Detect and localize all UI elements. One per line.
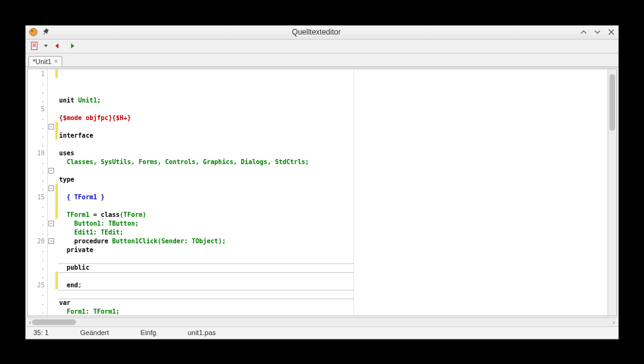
line-number: . [28, 96, 47, 105]
dropdown-arrow[interactable] [43, 40, 48, 52]
line-number: . [28, 175, 47, 184]
line-number: . [28, 211, 47, 219]
code-line[interactable]: Button1: TButton; [59, 219, 608, 228]
new-file-button[interactable] [28, 40, 41, 52]
code-line[interactable] [59, 202, 608, 211]
toolbar [26, 40, 618, 53]
line-number: . [28, 255, 47, 263]
editor-area: 1...5....10....15....20....25....30....3… [27, 69, 617, 316]
code-line[interactable] [59, 272, 608, 281]
svg-point-1 [31, 30, 33, 32]
horizontal-scrollbar[interactable]: ‹ › [27, 317, 617, 326]
section-separator [58, 263, 353, 264]
code-line[interactable]: Classes, SysUtils, Forms, Controls, Grap… [59, 158, 608, 167]
line-number: . [28, 123, 47, 131]
close-button[interactable] [607, 28, 616, 36]
fold-toggle[interactable]: − [48, 124, 54, 130]
vertical-scrollbar[interactable] [608, 69, 616, 316]
section-separator [58, 299, 353, 299]
line-number: 15 [28, 193, 47, 202]
code-line[interactable]: var [59, 299, 608, 307]
section-separator [58, 272, 353, 273]
pin-icon[interactable] [41, 27, 51, 37]
code-line[interactable]: TForm1 = class(TForm) [59, 211, 608, 219]
nav-forward-button[interactable] [66, 40, 79, 52]
line-number: . [28, 184, 47, 193]
code-line[interactable]: Edit1: TEdit; [59, 228, 608, 237]
line-number: 20 [28, 237, 47, 246]
modified-status: Geändert [80, 329, 109, 336]
code-line[interactable]: end; [59, 281, 608, 290]
fold-column: −−−−−−−− [48, 69, 55, 316]
section-separator [58, 290, 353, 290]
line-number: . [28, 272, 47, 281]
code-line[interactable] [59, 184, 608, 193]
line-number: 1 [28, 70, 47, 79]
tab-label: *Unit1 [33, 58, 52, 65]
code-line[interactable]: {$mode objfpc}{$H+} [59, 114, 608, 123]
line-number: . [28, 263, 47, 272]
line-number: . [28, 131, 47, 140]
line-number: 25 [28, 281, 47, 290]
scrollbar-thumb[interactable] [609, 74, 615, 131]
line-number: . [28, 158, 47, 167]
line-number: . [28, 79, 47, 87]
line-number: . [28, 307, 47, 316]
code-line[interactable] [59, 123, 608, 131]
margin-line [353, 69, 354, 316]
line-number: . [28, 299, 47, 307]
code-line[interactable]: public [59, 263, 608, 272]
code-line[interactable]: Form1: TForm1; [59, 307, 608, 316]
fold-toggle[interactable]: − [48, 168, 54, 174]
code-line[interactable] [59, 105, 608, 114]
line-number: . [28, 219, 47, 228]
insert-mode: Einfg [140, 329, 156, 336]
window-controls [579, 28, 616, 36]
svg-point-0 [30, 28, 37, 36]
code-line[interactable]: { TForm1 } [59, 193, 608, 202]
tab-unit1[interactable]: *Unit1 × [28, 56, 62, 67]
line-number: . [28, 228, 47, 237]
code-line[interactable]: uses [59, 149, 608, 158]
code-line[interactable] [59, 255, 608, 263]
fold-toggle[interactable]: − [48, 221, 54, 226]
line-number: 5 [28, 105, 47, 114]
line-number: . [28, 202, 47, 211]
line-number: . [28, 87, 47, 96]
code-line[interactable] [59, 290, 608, 299]
line-number: . [28, 290, 47, 299]
file-name: unit1.pas [187, 329, 216, 336]
code-line[interactable]: unit Unit1; [59, 96, 608, 105]
fold-toggle[interactable]: − [48, 238, 54, 244]
line-number: . [28, 114, 47, 123]
tab-bar: *Unit1 × [26, 53, 618, 67]
svg-rect-2 [31, 42, 37, 50]
code-line[interactable]: procedure Button1Click(Sender: TObject); [59, 237, 608, 246]
scroll-right-icon[interactable]: › [611, 319, 617, 326]
nav-back-button[interactable] [51, 40, 64, 52]
editor-window: Quelltexteditor *Unit1 × 1...5....10....… [25, 25, 619, 339]
code-line[interactable] [59, 167, 608, 175]
code-line[interactable]: type [59, 175, 608, 184]
line-number: . [28, 246, 47, 255]
fold-toggle[interactable]: − [48, 185, 54, 191]
code-line[interactable]: private [59, 246, 608, 255]
minimize-button[interactable] [579, 28, 588, 36]
line-number: . [28, 140, 47, 149]
window-title: Quelltexteditor [53, 28, 579, 36]
line-number: . [28, 167, 47, 175]
cursor-position: 35: 1 [33, 329, 48, 336]
status-bar: 35: 1 Geändert Einfg unit1.pas [26, 326, 618, 339]
line-number-gutter: 1...5....10....15....20....25....30....3… [28, 69, 48, 316]
code-line[interactable] [59, 140, 608, 149]
scrollbar-thumb[interactable] [32, 319, 76, 325]
titlebar: Quelltexteditor [26, 26, 618, 40]
line-number: 10 [28, 149, 47, 158]
code-area[interactable]: unit Unit1;{$mode objfpc}{$H+}interfaceu… [58, 69, 608, 316]
code-line[interactable]: interface [59, 131, 608, 140]
tab-close-icon[interactable]: × [54, 58, 58, 65]
app-icon [28, 27, 38, 37]
maximize-button[interactable] [593, 28, 602, 36]
